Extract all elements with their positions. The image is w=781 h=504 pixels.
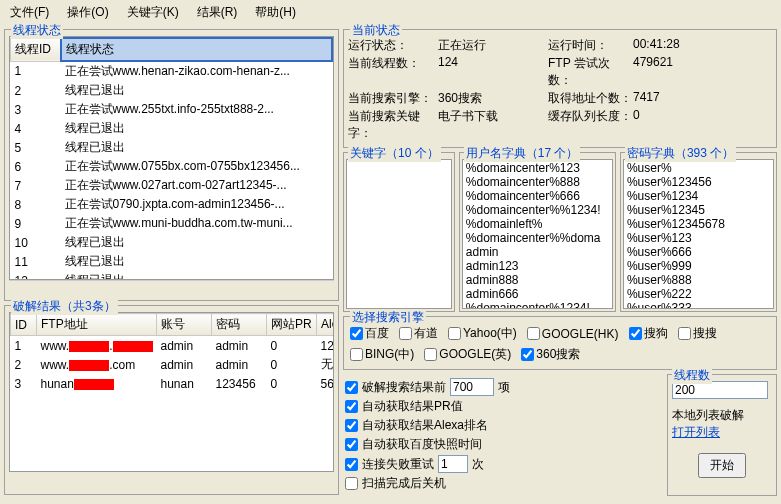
table-row[interactable]: 4线程已退出 [11, 119, 333, 138]
list-item[interactable]: %user%12345 [625, 203, 772, 217]
list-item[interactable]: %domaincenter%%doma [464, 231, 611, 245]
keyword-listbox[interactable] [346, 159, 452, 309]
thread-count-group: 线程数 本地列表破解 打开列表 开始 [667, 374, 777, 496]
col-ftp[interactable]: FTP地址 [37, 314, 157, 336]
col-pass[interactable]: 密码 [212, 314, 267, 336]
thread-count-value: 124 [438, 55, 548, 89]
list-item[interactable]: %domaincenter%1234! [464, 301, 611, 309]
opt-retry-cb[interactable] [345, 458, 358, 471]
queue-value: 0 [633, 108, 640, 142]
table-row[interactable]: 2线程已退出 [11, 81, 333, 100]
col-alexa[interactable]: Alexa排名 [317, 314, 334, 336]
table-row[interactable]: 3hunanhunan123456056584获取失败 [11, 374, 335, 393]
ftp-tries-value: 479621 [633, 55, 673, 89]
list-item[interactable]: %domaincenter%666 [464, 189, 611, 203]
opt-pr-label: 自动获取结果PR值 [362, 398, 463, 415]
engine-checkbox[interactable]: 搜搜 [678, 325, 717, 342]
menu-help[interactable]: 帮助(H) [249, 2, 302, 23]
pass-listbox[interactable]: %user%%user%123456%user%1234%user%12345%… [623, 159, 774, 309]
list-item[interactable]: admin666 [464, 287, 611, 301]
opt-result-count-input[interactable] [450, 378, 494, 396]
list-item[interactable]: %user%222 [625, 287, 772, 301]
opt-result-count-cb[interactable] [345, 381, 358, 394]
list-item[interactable]: %user%666 [625, 245, 772, 259]
opt-result-count-l2: 项 [498, 379, 510, 396]
engine-checkbox[interactable]: BING(中) [350, 346, 414, 363]
keyword-label: 当前搜索关键字： [348, 108, 438, 142]
run-state-label: 运行状态： [348, 37, 438, 54]
list-item[interactable]: %user%333 [625, 301, 772, 309]
ftp-tries-label: FTP 尝试次数： [548, 55, 633, 89]
open-list-link[interactable]: 打开列表 [672, 425, 720, 439]
user-listbox[interactable]: %domaincenter%123%domaincenter%888%domai… [462, 159, 613, 309]
user-dict-title: 用户名字典（17 个） [464, 145, 581, 162]
engine-checkbox[interactable]: GOOGLE(英) [424, 346, 511, 363]
menu-file[interactable]: 文件(F) [4, 2, 55, 23]
menu-results[interactable]: 结果(R) [191, 2, 244, 23]
crack-table[interactable]: ID FTP地址 账号 密码 网站PR Alexa排名 百度快照 1www..a… [9, 312, 334, 472]
engine-checkbox[interactable]: 搜狗 [629, 325, 668, 342]
list-item[interactable]: %domaincenter%%1234! [464, 203, 611, 217]
list-item[interactable]: %user%888 [625, 273, 772, 287]
thread-scrollbar[interactable] [9, 280, 334, 294]
runtime-label: 运行时间： [548, 37, 633, 54]
list-item[interactable]: %user%999 [625, 259, 772, 273]
opt-retry-l1: 连接失败重试 [362, 456, 434, 473]
options-panel: 破解搜索结果前项 自动获取结果PR值 自动获取结果Alexa排名 自动获取百度快… [343, 374, 663, 496]
list-item[interactable]: %user%1234 [625, 189, 772, 203]
table-row[interactable]: 11线程已退出 [11, 252, 333, 271]
list-item[interactable]: admin888 [464, 273, 611, 287]
col-thread-status[interactable]: 线程状态 [61, 38, 333, 61]
opt-retry-input[interactable] [438, 455, 468, 473]
thread-count-title: 线程数 [672, 367, 712, 384]
col-user[interactable]: 账号 [157, 314, 212, 336]
engine-value: 360搜索 [438, 90, 548, 107]
col-thread-id[interactable]: 线程ID [11, 38, 61, 61]
table-row[interactable]: 2www..comadminadmin0无排名获取失败 [11, 355, 335, 374]
menu-keywords[interactable]: 关键字(K) [121, 2, 185, 23]
opt-shutdown-cb[interactable] [345, 477, 358, 490]
queue-label: 缓存队列长度： [548, 108, 633, 142]
engine-label: 当前搜索引擎： [348, 90, 438, 107]
col-id[interactable]: ID [11, 314, 37, 336]
engine-checkbox[interactable]: 360搜索 [521, 346, 580, 363]
table-row[interactable]: 9正在尝试www.muni-buddha.com.tw-muni... [11, 214, 333, 233]
opt-pr-cb[interactable] [345, 400, 358, 413]
engine-checkbox[interactable]: 百度 [350, 325, 389, 342]
addr-count-label: 取得地址个数： [548, 90, 633, 107]
opt-alexa-cb[interactable] [345, 419, 358, 432]
list-item[interactable]: admin123 [464, 259, 611, 273]
start-button[interactable]: 开始 [698, 453, 746, 478]
table-row[interactable]: 6正在尝试www.0755bx.com-0755bx123456... [11, 157, 333, 176]
keyword-value: 电子书下载 [438, 108, 548, 142]
opt-retry-l2: 次 [472, 456, 484, 473]
engine-checkbox[interactable]: GOOGLE(HK) [527, 325, 619, 342]
table-row[interactable]: 10线程已退出 [11, 233, 333, 252]
table-row[interactable]: 12线程已退出 [11, 271, 333, 280]
list-item[interactable]: %user%123456 [625, 175, 772, 189]
list-item[interactable]: %domaincenter%123 [464, 161, 611, 175]
pass-dict-group: 密码字典（393 个） %user%%user%123456%user%1234… [620, 152, 777, 312]
opt-baidu-cb[interactable] [345, 438, 358, 451]
opt-shutdown-label: 扫描完成后关机 [362, 475, 446, 492]
table-row[interactable]: 1正在尝试www.henan-zikao.com-henan-z... [11, 61, 333, 81]
list-item[interactable]: %domainleft% [464, 217, 611, 231]
table-row[interactable]: 3正在尝试www.255txt.info-255txt888-2... [11, 100, 333, 119]
table-row[interactable]: 5线程已退出 [11, 138, 333, 157]
thread-table[interactable]: 线程ID 线程状态 1正在尝试www.henan-zikao.com-henan… [9, 36, 334, 280]
engine-checkbox[interactable]: Yahoo(中) [448, 325, 517, 342]
current-status-group: 当前状态 运行状态：正在运行运行时间：00:41:28 当前线程数：124FTP… [343, 29, 777, 148]
table-row[interactable]: 1www..adminadmin012718861百度未收录 [11, 336, 335, 356]
engine-checkbox[interactable]: 有道 [399, 325, 438, 342]
list-item[interactable]: %user% [625, 161, 772, 175]
menu-operate[interactable]: 操作(O) [61, 2, 114, 23]
table-row[interactable]: 8正在尝试0790.jxpta.com-admin123456-... [11, 195, 333, 214]
list-item[interactable]: %user%123 [625, 231, 772, 245]
opt-alexa-label: 自动获取结果Alexa排名 [362, 417, 488, 434]
list-item[interactable]: admin [464, 245, 611, 259]
list-item[interactable]: %user%12345678 [625, 217, 772, 231]
table-row[interactable]: 7正在尝试www.027art.com-027art12345-... [11, 176, 333, 195]
list-item[interactable]: %domaincenter%888 [464, 175, 611, 189]
thread-status-group: 线程状态 线程ID 线程状态 1正在尝试www.henan-zikao.com-… [4, 29, 339, 301]
col-pr[interactable]: 网站PR [267, 314, 317, 336]
